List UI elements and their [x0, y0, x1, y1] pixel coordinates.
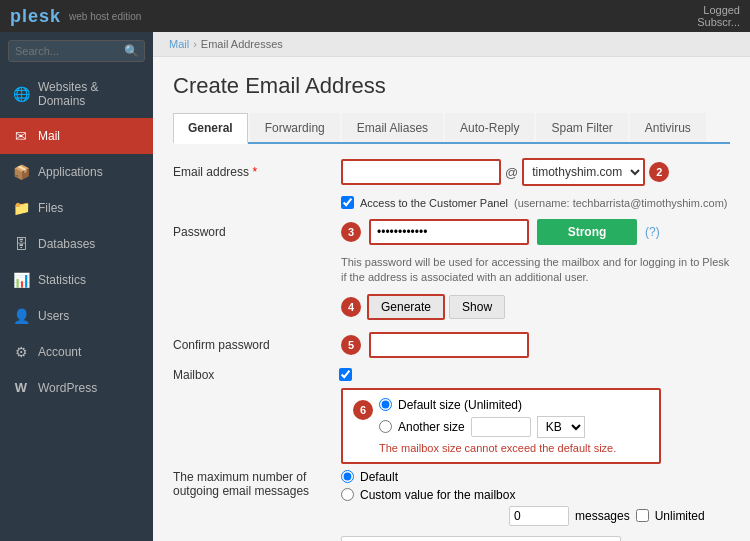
access-sub-note: (username: techbarrista@timothyshim.com) [514, 197, 728, 209]
account-icon: ⚙ [12, 344, 30, 360]
email-label: Email address * [173, 165, 333, 179]
sidebar-item-label: Applications [38, 165, 141, 179]
confirm-label: Confirm password [173, 338, 333, 352]
topbar-user: LoggedSubscr... [697, 4, 740, 28]
tab-email-aliases[interactable]: Email Aliases [342, 113, 443, 142]
tab-general[interactable]: General [173, 113, 248, 144]
content-area: Mail › Email Addresses Create Email Addr… [153, 32, 750, 541]
sidebar-item-users[interactable]: 👤 Users [0, 298, 153, 334]
size-default-radio[interactable] [379, 398, 392, 411]
size-note: The mailbox size cannot exceed the defau… [379, 442, 649, 454]
outgoing-custom-label: Custom value for the mailbox [360, 488, 515, 502]
users-icon: 👤 [12, 308, 30, 324]
email-input[interactable] [341, 159, 501, 185]
sidebar-item-label: Websites & Domains [38, 80, 141, 108]
sidebar-item-wordpress[interactable]: W WordPress [0, 370, 153, 405]
size-another-option: Another size KB MB [379, 416, 649, 438]
description-section: Description in Plesk [173, 536, 730, 541]
outgoing-default-radio[interactable] [341, 470, 354, 483]
tab-spam-filter[interactable]: Spam Filter [536, 113, 627, 142]
size-default-option: Default size (Unlimited) [379, 398, 649, 412]
logo-area: plesk web host edition [10, 6, 141, 27]
sidebar-item-websites-domains[interactable]: 🌐 Websites & Domains [0, 70, 153, 118]
files-icon: 📁 [12, 200, 30, 216]
tab-antivirus[interactable]: Antivirus [630, 113, 706, 142]
step-4-badge: 4 [341, 297, 361, 317]
breadcrumb-email-addresses: Email Addresses [201, 38, 283, 50]
step-6-badge: 6 [353, 400, 373, 420]
desc-label: Description in Plesk [173, 536, 333, 541]
outgoing-custom-radio[interactable] [341, 488, 354, 501]
mail-icon: ✉ [12, 128, 30, 144]
page-content: Create Email Address General Forwarding … [153, 57, 750, 541]
size-another-radio[interactable] [379, 420, 392, 433]
plesk-logo: plesk [10, 6, 61, 27]
breadcrumb: Mail › Email Addresses [153, 32, 750, 57]
step-3-badge: 3 [341, 222, 361, 242]
sidebar-item-mail[interactable]: ✉ Mail [0, 118, 153, 154]
messages-label: messages [575, 509, 630, 523]
size-another-label: Another size [398, 420, 465, 434]
outgoing-default-row: Default [341, 470, 705, 484]
outgoing-custom-row: Custom value for the mailbox [341, 488, 705, 502]
password-input[interactable] [369, 219, 529, 245]
strength-indicator: Strong [537, 219, 637, 245]
sidebar-item-label: Users [38, 309, 141, 323]
domain-select[interactable]: timothyshim.com [522, 158, 645, 186]
desc-textarea[interactable] [341, 536, 621, 541]
mailbox-checkbox[interactable] [339, 368, 352, 381]
access-label: Access to the Customer Panel [360, 197, 508, 209]
step-2-badge: 2 [649, 162, 669, 182]
help-icon[interactable]: (?) [645, 225, 660, 239]
unlimited-label: Unlimited [655, 509, 705, 523]
email-input-wrap: @ timothyshim.com 2 [341, 158, 669, 186]
sidebar-item-files[interactable]: 📁 Files [0, 190, 153, 226]
apps-icon: 📦 [12, 164, 30, 180]
step-5-badge: 5 [341, 335, 361, 355]
sidebar-item-label: Databases [38, 237, 141, 251]
tabs: General Forwarding Email Aliases Auto-Re… [173, 113, 730, 144]
size-unit-select[interactable]: KB MB [537, 416, 585, 438]
tab-forwarding[interactable]: Forwarding [250, 113, 340, 142]
outgoing-section: The maximum number of outgoing email mes… [173, 470, 730, 526]
tab-auto-reply[interactable]: Auto-Reply [445, 113, 534, 142]
generate-show-row: 4 Generate Show [341, 294, 730, 320]
sidebar-item-label: Statistics [38, 273, 141, 287]
sidebar-item-label: Mail [38, 129, 141, 143]
unlimited-checkbox[interactable] [636, 509, 649, 522]
sidebar-item-account[interactable]: ⚙ Account [0, 334, 153, 370]
access-checkbox[interactable] [341, 196, 354, 209]
wordpress-icon: W [12, 380, 30, 395]
sidebar-item-label: Files [38, 201, 141, 215]
show-button[interactable]: Show [449, 295, 505, 319]
confirm-password-input[interactable] [369, 332, 529, 358]
globe-icon: 🌐 [12, 86, 30, 102]
search-icon: 🔍 [124, 44, 139, 58]
size-input[interactable] [471, 417, 531, 437]
at-sign: @ [505, 165, 518, 180]
size-options: 6 Default size (Unlimited) Another size … [341, 388, 661, 464]
email-row: Email address * @ timothyshim.com 2 [173, 158, 730, 186]
breadcrumb-sep: › [193, 38, 197, 50]
messages-row: messages Unlimited [509, 506, 705, 526]
password-row: Password 3 Strong (?) [173, 219, 730, 245]
mailbox-row: Mailbox [173, 368, 730, 382]
sidebar-item-applications[interactable]: 📦 Applications [0, 154, 153, 190]
mailbox-label: Mailbox [173, 368, 333, 382]
sidebar-item-statistics[interactable]: 📊 Statistics [0, 262, 153, 298]
sidebar-item-label: Account [38, 345, 141, 359]
password-label: Password [173, 225, 333, 239]
confirm-password-row: Confirm password 5 [173, 332, 730, 358]
stats-icon: 📊 [12, 272, 30, 288]
access-row: Access to the Customer Panel (username: … [341, 196, 730, 209]
sidebar-item-label: WordPress [38, 381, 141, 395]
password-hint: This password will be used for accessing… [341, 255, 730, 286]
sidebar-item-databases[interactable]: 🗄 Databases [0, 226, 153, 262]
messages-input[interactable] [509, 506, 569, 526]
breadcrumb-mail[interactable]: Mail [169, 38, 189, 50]
generate-button[interactable]: Generate [367, 294, 445, 320]
db-icon: 🗄 [12, 236, 30, 252]
size-default-label: Default size (Unlimited) [398, 398, 522, 412]
page-title: Create Email Address [173, 73, 730, 99]
search-area[interactable]: 🔍 [0, 32, 153, 70]
